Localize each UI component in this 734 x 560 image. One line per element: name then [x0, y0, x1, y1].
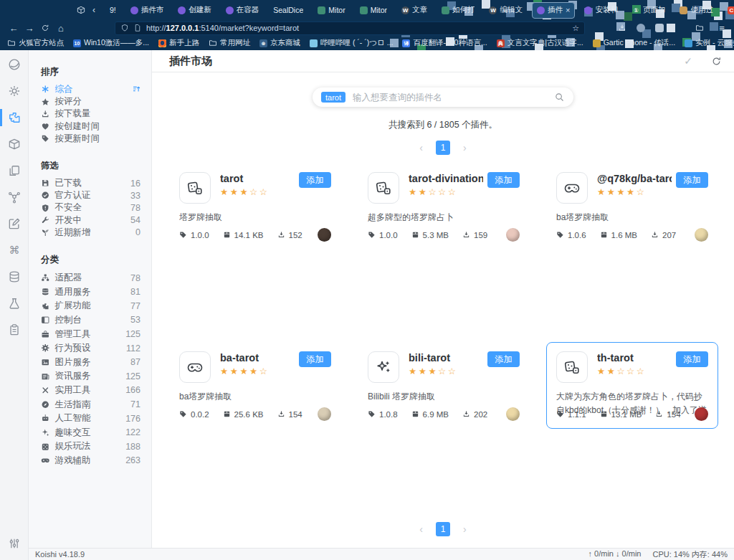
add-plugin-button[interactable]: 添加 — [487, 351, 520, 367]
reload-button[interactable] — [37, 22, 53, 34]
back-button[interactable]: ← — [6, 22, 22, 34]
category-option[interactable]: 管理工具 125 — [29, 327, 151, 341]
browser-tab[interactable]: ① 页面加 — [627, 2, 671, 19]
dependency-graph-icon[interactable] — [0, 190, 28, 204]
plugin-card[interactable]: tarot ★★★☆☆ 添加 塔罗牌抽取 1.0.0 14.1 KB 152 — [169, 163, 341, 250]
plugin-card[interactable]: bili-tarot ★★★☆☆ 添加 Bilibili 塔罗牌抽取 1.0.8… — [358, 342, 530, 429]
publisher-avatar[interactable] — [318, 407, 331, 421]
tracking-protection-shield-icon[interactable] — [120, 24, 129, 32]
browser-tab[interactable]: 如何打 — [437, 2, 480, 19]
plugin-card[interactable]: tarot-divination ★★☆☆☆ 添加 超多牌型的塔罗牌占卜 1.0… — [358, 163, 530, 250]
category-option[interactable]: 行为预设 112 — [29, 341, 151, 356]
bookmark-item[interactable]: 译 百度翻译-200种语言... — [402, 38, 487, 48]
tab-close-icon[interactable]: × — [566, 6, 570, 14]
import-home-icon[interactable] — [695, 24, 704, 32]
refresh-icon[interactable] — [711, 56, 722, 67]
firefox-view-icon[interactable] — [75, 4, 87, 16]
scroll-tabs-left-button[interactable]: ‹ — [87, 4, 100, 16]
browser-tab[interactable]: 使用过 — [675, 2, 718, 19]
category-option[interactable]: 游戏辅助 263 — [29, 454, 151, 468]
search-keyword-tag[interactable]: tarot — [321, 92, 345, 103]
menu-icon[interactable]: ≡ — [714, 22, 730, 34]
add-plugin-button[interactable]: 添加 — [299, 351, 331, 367]
url-text[interactable]: http://127.0.0.1:5140/market?keyword=tar… — [146, 24, 568, 32]
downloads-icon[interactable] — [618, 24, 626, 32]
experiments-icon[interactable] — [0, 296, 28, 310]
sort-option[interactable]: 按更新时间 — [29, 133, 151, 145]
next-page-icon[interactable]: › — [463, 523, 467, 535]
publisher-avatar[interactable] — [506, 228, 520, 242]
publisher-avatar[interactable] — [318, 228, 331, 242]
browser-tab[interactable]: W 编辑文 — [484, 2, 528, 19]
category-option[interactable]: 适配器 78 — [29, 271, 151, 285]
category-option[interactable]: 图片服务 87 — [29, 355, 151, 369]
plugin-search-box[interactable]: tarot — [313, 87, 573, 107]
commands-icon[interactable] — [0, 243, 28, 257]
category-option[interactable]: 通用服务 81 — [29, 285, 151, 299]
extension-icon[interactable] — [655, 24, 664, 32]
address-bar[interactable]: http://127.0.0.1:5140/market?keyword=tar… — [115, 22, 585, 35]
search-input[interactable] — [351, 92, 548, 103]
category-option[interactable]: 人工智能 176 — [29, 412, 151, 426]
publisher-avatar[interactable] — [506, 407, 520, 421]
dependencies-icon[interactable] — [0, 137, 28, 151]
browser-tab[interactable]: 安装和 — [579, 2, 623, 19]
category-option[interactable]: 扩展功能 77 — [29, 299, 151, 313]
browser-tab[interactable]: W 文章 — [396, 2, 432, 19]
next-page-icon[interactable]: › — [463, 142, 467, 153]
publisher-avatar[interactable] — [695, 228, 708, 242]
theme-settings-icon[interactable] — [0, 536, 28, 560]
bookmark-item[interactable]: 新手上路 — [158, 38, 199, 48]
bookmark-item[interactable]: 火狐官方站点 — [7, 38, 64, 48]
sort-option[interactable]: 按创建时间 — [29, 120, 151, 133]
extension-icon[interactable] — [637, 24, 645, 32]
plugin-card[interactable]: th-tarot ★★☆☆☆ 添加 大牌为东方角色的塔罗牌占卜，代码抄自kbd的… — [546, 342, 718, 429]
browser-tab[interactable]: SealDice — [268, 2, 308, 19]
bookmark-item[interactable]: 典 文言文字典|古汉语字... — [497, 38, 583, 48]
add-plugin-button[interactable]: 添加 — [299, 172, 331, 188]
browser-tab[interactable]: Mitor — [355, 2, 392, 19]
browser-tab[interactable]: C wogg — [723, 2, 734, 19]
page-info-icon[interactable] — [133, 24, 142, 32]
bookmark-item[interactable]: 10 Win10激活——多... — [73, 38, 149, 48]
plugin-card[interactable]: ba-tarot ★★★★☆ 添加 ba塔罗牌抽取 0.0.2 25.6 KB … — [169, 342, 341, 429]
category-option[interactable]: 实用工具 166 — [29, 384, 151, 398]
logs-icon[interactable] — [0, 323, 28, 337]
pages-icon[interactable] — [0, 163, 28, 178]
category-option[interactable]: 生活指南 71 — [29, 397, 151, 412]
filter-option[interactable]: 近期新增 0 — [29, 227, 151, 239]
bookmark-item[interactable]: ⊕ 京东商城 — [259, 38, 300, 48]
sort-option[interactable]: 按评分 — [29, 95, 151, 108]
publisher-avatar[interactable] — [695, 407, 708, 421]
browser-tab[interactable]: 9! — [105, 2, 121, 19]
sort-direction-icon[interactable] — [132, 85, 141, 94]
filter-option[interactable]: 官方认证 33 — [29, 189, 151, 201]
bookmark-item[interactable]: Gartic Phone - 传话... — [593, 38, 675, 48]
category-option[interactable]: 资讯服务 125 — [29, 369, 151, 384]
bookmark-item[interactable]: 哔哩哔哩 ( ´- ´)つロ ... — [310, 38, 393, 48]
settings-icon[interactable] — [0, 84, 28, 98]
forward-button[interactable]: → — [22, 22, 37, 34]
browser-tab[interactable]: 在容器 — [221, 2, 264, 19]
browser-tab[interactable]: 插件市 — [125, 2, 169, 19]
sort-option[interactable]: 综合 — [29, 83, 151, 95]
filter-option[interactable]: 已下载 16 — [29, 177, 151, 189]
add-plugin-button[interactable]: 添加 — [676, 351, 708, 367]
page-number[interactable]: 1 — [436, 522, 450, 536]
bookmark-item[interactable]: 常用网址 — [209, 38, 250, 48]
bookmark-star-icon[interactable]: ☆ — [572, 24, 579, 33]
page-number[interactable]: 1 — [436, 141, 450, 155]
confirm-icon[interactable]: ✓ — [684, 55, 692, 67]
filter-option[interactable]: 开发中 54 — [29, 214, 151, 227]
plugins-icon[interactable] — [0, 110, 28, 125]
category-option[interactable]: 娱乐玩法 188 — [29, 440, 151, 454]
database-icon[interactable] — [0, 270, 28, 284]
add-plugin-button[interactable]: 添加 — [487, 172, 520, 188]
category-option[interactable]: 趣味交互 122 — [29, 425, 151, 440]
browser-tab[interactable]: 插件 × — [532, 2, 575, 19]
plugin-card[interactable]: @q78kg/ba-tarot ★★★★☆ 添加 ba塔罗牌抽取 1.0.6 1… — [546, 163, 718, 250]
sandbox-icon[interactable] — [0, 217, 28, 231]
home-button[interactable]: ⌂ — [53, 22, 69, 34]
bookmark-item[interactable]: 实例 - 云服务器 - 控... — [685, 38, 734, 48]
filter-option[interactable]: 不安全 78 — [29, 201, 151, 214]
